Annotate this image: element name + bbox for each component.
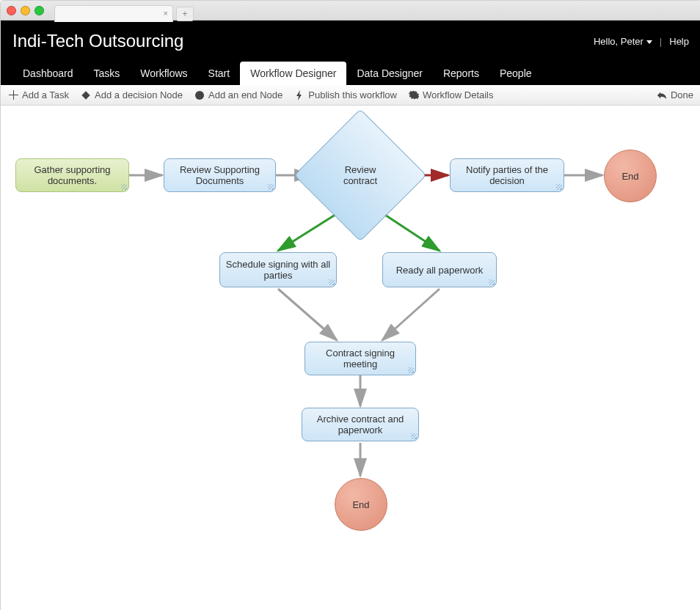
nav-reports[interactable]: Reports [433, 62, 489, 85]
node-label: Archive contract and paperwork [307, 414, 414, 436]
plus-icon [8, 90, 18, 100]
publish-button[interactable]: Publish this workflow [294, 89, 397, 100]
help-link[interactable]: Help [669, 36, 689, 47]
nav-dashboard[interactable]: Dashboard [12, 62, 84, 85]
resize-grip-icon[interactable] [329, 279, 335, 285]
diamond-icon [81, 90, 91, 100]
workflow-details-button[interactable]: Workflow Details [409, 89, 494, 100]
node-end-1[interactable]: End [604, 150, 657, 202]
resize-grip-icon[interactable] [489, 279, 495, 285]
circle-icon [194, 90, 205, 100]
chevron-down-icon [646, 40, 652, 44]
browser-tab[interactable]: × [54, 5, 173, 22]
gear-icon [409, 90, 419, 100]
new-tab-button[interactable]: + [176, 7, 194, 21]
resize-grip-icon[interactable] [408, 367, 414, 373]
workflow-canvas[interactable]: Gather supporting documents. Review Supp… [1, 106, 700, 610]
svg-line-8 [278, 289, 337, 340]
designer-toolbar: Add a Task Add a decision Node Add an en… [1, 85, 700, 106]
node-label: Notify parties of the decision [455, 164, 559, 186]
bolt-icon [294, 90, 305, 100]
node-label: End [621, 171, 638, 182]
user-greeting: Hello, Peter [594, 36, 644, 47]
svg-line-9 [382, 289, 440, 340]
resize-grip-icon[interactable] [268, 184, 274, 190]
resize-grip-icon[interactable] [556, 184, 562, 190]
add-end-button[interactable]: Add an end Node [194, 89, 282, 100]
primary-nav: Dashboard Tasks Workflows Start Workflow… [12, 62, 689, 85]
nav-people[interactable]: People [489, 62, 542, 85]
svg-point-1 [195, 91, 204, 100]
add-task-label: Add a Task [22, 89, 69, 100]
resize-grip-icon[interactable] [121, 184, 127, 190]
add-decision-button[interactable]: Add a decision Node [81, 89, 183, 100]
node-ready-paperwork[interactable]: Ready all paperwork [382, 252, 497, 287]
resize-grip-icon[interactable] [411, 433, 417, 439]
node-label: Review contract [313, 128, 407, 222]
close-tab-icon[interactable]: × [164, 9, 168, 18]
node-label: Contract signing meeting [310, 348, 411, 370]
workflow-details-label: Workflow Details [423, 89, 494, 100]
node-review-supporting-documents[interactable]: Review Supporting Documents [164, 158, 276, 192]
close-window-button[interactable] [7, 6, 16, 15]
app-window: × + Indi-Tech Outsourcing Hello, Peter |… [0, 0, 700, 610]
node-contract-signing-meeting[interactable]: Contract signing meeting [305, 342, 416, 375]
node-label: Schedule signing with all parties [225, 259, 332, 281]
browser-chrome: × + [1, 1, 700, 21]
nav-workflows[interactable]: Workflows [130, 62, 197, 85]
user-menu[interactable]: Hello, Peter [594, 36, 652, 47]
nav-tasks[interactable]: Tasks [84, 62, 131, 85]
nav-data-designer[interactable]: Data Designer [346, 62, 433, 85]
done-button[interactable]: Done [657, 89, 693, 100]
node-end-2[interactable]: End [335, 478, 387, 531]
add-decision-label: Add a decision Node [95, 89, 183, 100]
node-label: End [352, 499, 369, 510]
node-gather-supporting-documents[interactable]: Gather supporting documents. [15, 158, 129, 192]
window-controls [7, 6, 44, 15]
nav-start[interactable]: Start [198, 62, 241, 85]
back-arrow-icon [657, 90, 667, 100]
nav-workflow-designer[interactable]: Workflow Designer [240, 62, 346, 85]
node-label: Ready all paperwork [396, 265, 484, 276]
app-header: Indi-Tech Outsourcing Hello, Peter | Hel… [1, 21, 700, 85]
svg-rect-0 [81, 91, 90, 99]
done-label: Done [671, 89, 693, 100]
add-task-button[interactable]: Add a Task [8, 89, 69, 100]
node-archive-contract[interactable]: Archive contract and paperwork [302, 408, 419, 441]
add-end-label: Add an end Node [208, 89, 282, 100]
app-title: Indi-Tech Outsourcing [12, 31, 183, 51]
node-schedule-signing[interactable]: Schedule signing with all parties [219, 252, 337, 287]
node-label: Gather supporting documents. [21, 164, 124, 186]
maximize-window-button[interactable] [34, 6, 44, 15]
node-label: Review Supporting Documents [169, 164, 271, 186]
minimize-window-button[interactable] [21, 6, 30, 15]
node-notify-parties[interactable]: Notify parties of the decision [450, 158, 564, 192]
publish-label: Publish this workflow [308, 89, 397, 100]
separator: | [660, 36, 662, 47]
node-review-contract-decision[interactable]: Review contract [313, 128, 407, 222]
user-area: Hello, Peter | Help [594, 36, 689, 47]
